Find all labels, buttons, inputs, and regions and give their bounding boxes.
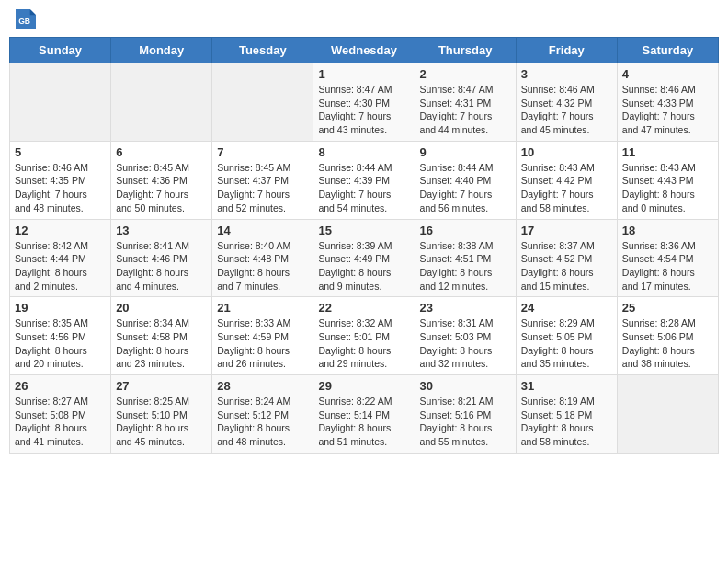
cell-content-line: Sunrise: 8:37 AM	[521, 239, 612, 253]
day-number: 4	[622, 67, 713, 81]
day-number: 29	[318, 379, 409, 393]
cell-content-line: Sunset: 4:48 PM	[217, 252, 308, 266]
cell-content-line: Daylight: 8 hours	[318, 266, 409, 280]
svg-marker-1	[30, 9, 36, 15]
cell-content-line: Sunset: 5:08 PM	[15, 408, 106, 422]
calendar-cell: 29Sunrise: 8:22 AMSunset: 5:14 PMDayligh…	[313, 375, 415, 454]
cell-content-line: Sunrise: 8:33 AM	[217, 316, 308, 330]
cell-content-line: and 23 minutes.	[116, 357, 207, 371]
day-number: 2	[420, 67, 511, 81]
day-number: 16	[420, 224, 511, 237]
day-number: 12	[15, 224, 106, 237]
cell-content-line: and 51 minutes.	[318, 435, 409, 449]
cell-content-line: Sunset: 4:56 PM	[15, 330, 106, 344]
cell-content-line: Sunrise: 8:40 AM	[217, 239, 308, 253]
cell-content-line: and 4 minutes.	[116, 280, 207, 293]
day-number: 26	[15, 379, 106, 393]
calendar-week-row: 1Sunrise: 8:47 AMSunset: 4:30 PMDaylight…	[10, 63, 719, 142]
cell-content-line: Sunset: 4:44 PM	[15, 252, 106, 266]
logo-icon: GB	[13, 9, 39, 29]
calendar-cell: 20Sunrise: 8:34 AMSunset: 4:58 PMDayligh…	[111, 297, 212, 375]
cell-content-line: Sunrise: 8:45 AM	[116, 161, 207, 175]
cell-content-line: Sunset: 5:03 PM	[420, 330, 511, 344]
cell-content-line: Daylight: 8 hours	[15, 266, 106, 280]
calendar-cell: 19Sunrise: 8:35 AMSunset: 4:56 PMDayligh…	[10, 297, 111, 375]
day-number: 8	[318, 145, 409, 159]
cell-content-line: Sunrise: 8:46 AM	[521, 83, 612, 97]
day-of-week-header: Sunday	[10, 38, 111, 63]
calendar-table: SundayMondayTuesdayWednesdayThursdayFrid…	[9, 37, 719, 454]
calendar-cell: 7Sunrise: 8:45 AMSunset: 4:37 PMDaylight…	[212, 141, 313, 219]
cell-content-line: and 45 minutes.	[116, 435, 207, 449]
cell-content-line: and 32 minutes.	[420, 357, 511, 371]
calendar-cell: 14Sunrise: 8:40 AMSunset: 4:48 PMDayligh…	[212, 219, 313, 297]
calendar-week-row: 26Sunrise: 8:27 AMSunset: 5:08 PMDayligh…	[10, 375, 719, 454]
cell-content-line: Daylight: 8 hours	[217, 421, 308, 435]
cell-content-line: Sunrise: 8:41 AM	[116, 239, 207, 253]
day-number: 18	[622, 224, 713, 237]
cell-content-line: and 52 minutes.	[217, 201, 308, 215]
cell-content-line: and 9 minutes.	[318, 280, 409, 293]
cell-content-line: and 2 minutes.	[15, 280, 106, 293]
cell-content-line: Sunset: 4:51 PM	[420, 252, 511, 266]
calendar-cell	[111, 63, 212, 142]
day-number: 6	[116, 145, 207, 159]
cell-content-line: Sunset: 4:31 PM	[420, 97, 511, 110]
cell-content-line: Sunrise: 8:46 AM	[622, 83, 713, 97]
day-number: 21	[217, 301, 308, 315]
cell-content-line: Daylight: 8 hours	[116, 266, 207, 280]
cell-content-line: Daylight: 8 hours	[521, 421, 612, 435]
cell-content-line: Sunrise: 8:39 AM	[318, 239, 409, 253]
day-number: 14	[217, 224, 308, 237]
day-number: 25	[622, 301, 713, 315]
day-number: 1	[318, 67, 409, 81]
cell-content-line: Sunset: 4:46 PM	[116, 252, 207, 266]
cell-content-line: Sunrise: 8:24 AM	[217, 395, 308, 408]
day-number: 27	[116, 379, 207, 393]
cell-content-line: Sunset: 5:06 PM	[622, 330, 713, 344]
cell-content-line: Daylight: 7 hours	[116, 188, 207, 201]
calendar-header-row: SundayMondayTuesdayWednesdayThursdayFrid…	[10, 38, 719, 63]
calendar-week-row: 5Sunrise: 8:46 AMSunset: 4:35 PMDaylight…	[10, 141, 719, 219]
cell-content-line: Daylight: 8 hours	[622, 344, 713, 358]
calendar-cell: 5Sunrise: 8:46 AMSunset: 4:35 PMDaylight…	[10, 141, 111, 219]
cell-content-line: and 20 minutes.	[15, 357, 106, 371]
calendar-cell: 26Sunrise: 8:27 AMSunset: 5:08 PMDayligh…	[10, 375, 111, 454]
cell-content-line: and 26 minutes.	[217, 357, 308, 371]
cell-content-line: Daylight: 8 hours	[15, 344, 106, 358]
cell-content-line: Sunset: 4:59 PM	[217, 330, 308, 344]
day-number: 24	[521, 301, 612, 315]
calendar-cell	[212, 63, 313, 142]
cell-content-line: Daylight: 8 hours	[521, 266, 612, 280]
calendar-cell: 22Sunrise: 8:32 AMSunset: 5:01 PMDayligh…	[313, 297, 415, 375]
cell-content-line: Daylight: 8 hours	[420, 266, 511, 280]
cell-content-line: and 35 minutes.	[521, 357, 612, 371]
cell-content-line: Sunset: 4:39 PM	[318, 174, 409, 188]
cell-content-line: Sunset: 4:58 PM	[116, 330, 207, 344]
day-number: 15	[318, 224, 409, 237]
cell-content-line: Sunset: 5:18 PM	[521, 408, 612, 422]
cell-content-line: Sunrise: 8:19 AM	[521, 395, 612, 408]
cell-content-line: Daylight: 7 hours	[217, 188, 308, 201]
calendar-cell: 21Sunrise: 8:33 AMSunset: 4:59 PMDayligh…	[212, 297, 313, 375]
cell-content-line: Sunset: 4:52 PM	[521, 252, 612, 266]
cell-content-line: Sunset: 5:12 PM	[217, 408, 308, 422]
cell-content-line: Sunrise: 8:34 AM	[116, 316, 207, 330]
cell-content-line: and 0 minutes.	[622, 201, 713, 215]
cell-content-line: and 12 minutes.	[420, 280, 511, 293]
cell-content-line: Daylight: 7 hours	[420, 188, 511, 201]
cell-content-line: Daylight: 7 hours	[318, 109, 409, 123]
cell-content-line: and 47 minutes.	[622, 123, 713, 137]
day-of-week-header: Saturday	[617, 38, 718, 63]
calendar-cell: 3Sunrise: 8:46 AMSunset: 4:32 PMDaylight…	[516, 63, 617, 142]
day-number: 20	[116, 301, 207, 315]
calendar-cell: 9Sunrise: 8:44 AMSunset: 4:40 PMDaylight…	[415, 141, 516, 219]
cell-content-line: Daylight: 7 hours	[15, 188, 106, 201]
cell-content-line: Sunrise: 8:47 AM	[318, 83, 409, 97]
cell-content-line: Sunrise: 8:21 AM	[420, 395, 511, 408]
cell-content-line: Sunrise: 8:27 AM	[15, 395, 106, 408]
cell-content-line: and 29 minutes.	[318, 357, 409, 371]
cell-content-line: and 45 minutes.	[521, 123, 612, 137]
cell-content-line: Sunset: 5:16 PM	[420, 408, 511, 422]
day-of-week-header: Monday	[111, 38, 212, 63]
